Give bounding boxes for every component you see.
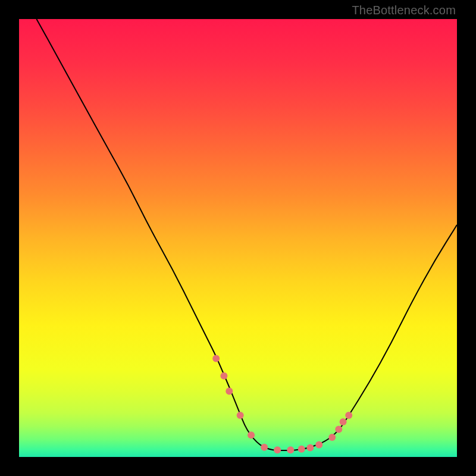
plot-area bbox=[19, 19, 457, 457]
curve-dot bbox=[274, 446, 281, 453]
watermark-text: TheBottleneck.com bbox=[352, 4, 456, 17]
curve-dot bbox=[335, 426, 342, 433]
curve-dot bbox=[220, 372, 227, 380]
curve-dot bbox=[287, 446, 294, 453]
curve-dot bbox=[212, 355, 220, 362]
bottleneck-curve bbox=[36, 19, 457, 450]
curve-dot bbox=[315, 441, 322, 448]
curve-dot bbox=[298, 446, 305, 453]
chart-frame: TheBottleneck.com bbox=[0, 0, 476, 476]
curve-dot bbox=[345, 412, 352, 419]
curve-dot bbox=[226, 388, 233, 395]
curve-dot bbox=[328, 434, 336, 441]
curve-dot bbox=[340, 418, 347, 425]
curve-dots bbox=[212, 355, 352, 453]
curve-dot bbox=[261, 444, 268, 451]
curve-dot bbox=[248, 431, 255, 439]
curve-dot bbox=[237, 412, 244, 419]
chart-svg bbox=[19, 19, 457, 457]
curve-dot bbox=[306, 444, 314, 452]
